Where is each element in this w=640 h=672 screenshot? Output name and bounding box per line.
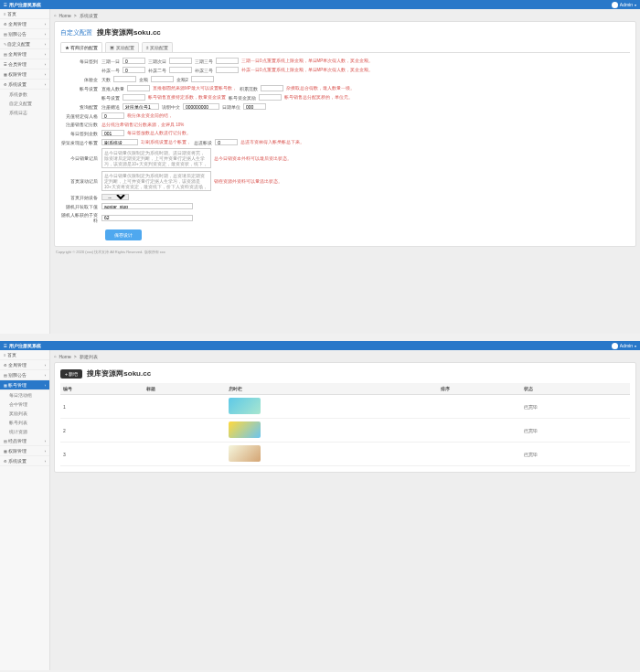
input-charge[interactable] — [101, 112, 124, 119]
label-scroll: 首页滚动记后 — [60, 178, 101, 184]
user-menu[interactable]: Admin ▾ — [612, 343, 636, 349]
hint: 总进市资林得入帐类帐总下来。 — [240, 140, 304, 144]
tab-config2[interactable]: ▣ 奖励配置 — [105, 42, 138, 52]
col-status: 状态 — [521, 383, 630, 395]
input-sign[interactable] — [101, 130, 124, 136]
list-icon: ▤ — [4, 439, 7, 443]
sidebar-item-global[interactable]: ⚙ 全局管理› — [0, 360, 49, 370]
table-row[interactable]: 2 已完毕 — [60, 419, 630, 443]
sidebar-item-perm[interactable]: ▦ 权限管理› — [0, 69, 49, 80]
label-query: 查询配置 — [60, 104, 101, 110]
add-button[interactable]: + 新增 — [60, 369, 82, 379]
chevron-icon: › — [45, 373, 46, 378]
list-icon: ▤ — [4, 32, 7, 37]
label-find: 柴策发现总个帐置 — [60, 140, 101, 145]
input-r5-2[interactable] — [259, 94, 282, 101]
input-find-1[interactable] — [101, 139, 138, 145]
select-device[interactable]: 下选 — [101, 194, 129, 200]
home-icon: ≡ — [4, 12, 5, 16]
table-row[interactable]: 1 已完毕 — [60, 395, 630, 419]
chevron-icon: › — [45, 72, 46, 77]
input-rand2[interactable] — [101, 215, 193, 221]
menu-icon: ☰ — [4, 344, 7, 348]
hint: 帐号销售直接特定系数，数量资金设置 — [148, 95, 226, 100]
sidebar-item-custom[interactable]: ✎ 自定义配置› — [0, 39, 49, 49]
status-link[interactable]: 已完毕 — [521, 443, 630, 466]
sidebar-item-notice[interactable]: ▤ 别脚公告› — [0, 370, 49, 380]
sidebar-sub-4[interactable]: 帐号列表 — [0, 418, 49, 427]
avatar — [612, 2, 618, 8]
sidebar-item-home[interactable]: ≡ 首页 — [0, 9, 49, 19]
sidebar-item-home[interactable]: ≡ 首页 — [0, 350, 49, 360]
chevron-icon: › — [45, 42, 46, 47]
chevron-icon: › — [45, 52, 46, 57]
input-q-2[interactable] — [183, 103, 219, 110]
input-find-2[interactable] — [215, 139, 238, 145]
sidebar-sub-log[interactable]: 系统日志 — [0, 108, 49, 117]
sidebar-item-global[interactable]: ⚙ 全局管理› — [0, 19, 49, 29]
input-q-3[interactable] — [243, 103, 266, 110]
sidebar-sub-1[interactable]: 每日活动组 — [0, 390, 49, 400]
input-exp-3[interactable] — [191, 76, 214, 82]
textarea-today[interactable]: 总今日销量仅限制定为系统时期。进日期资将完，除资请后定期资定判断，上可并资量行定… — [101, 148, 211, 168]
input-exp-2[interactable] — [151, 76, 174, 82]
menu-icon: ☰ — [4, 62, 7, 67]
input-r2-2[interactable] — [169, 67, 192, 73]
home-icon: ⌂ — [54, 13, 56, 18]
app-title: ☰ 用户注册奖系统 — [4, 2, 41, 7]
sidebar-sub-3[interactable]: 奖励列表 — [0, 409, 49, 418]
input-q-1[interactable] — [123, 103, 159, 110]
input-daily-3[interactable] — [216, 58, 239, 64]
input-r2-1[interactable] — [123, 67, 145, 73]
input-daily-2[interactable] — [169, 58, 192, 64]
label-rand2: 随机人帐获的子资料 — [60, 212, 101, 223]
sidebar-item-notice[interactable]: ▤ 别脚公告› — [0, 29, 49, 39]
hint: 补露一日0点重置系统上限金额，单日MP单次得人数，奖金金额。 — [241, 68, 373, 72]
sidebar-item-system[interactable]: ⚙ 系统设置› — [0, 80, 49, 90]
sidebar-sub-5[interactable]: 统计资源 — [0, 427, 49, 436]
label-rand1: 随机开装取下值 — [60, 204, 101, 209]
sidebar-item-member[interactable]: ☰ 会员管理› — [0, 59, 49, 69]
textarea-scroll[interactable]: 总今日销量仅限制定为系统时期，总资请后定期资定判断，上可并资量行定据人生学习，该… — [101, 171, 211, 191]
chevron-icon: › — [45, 383, 46, 388]
chevron-down-icon: ▾ — [635, 344, 636, 348]
input-acc-1[interactable] — [127, 85, 150, 91]
panel-tag: 自定义配置 — [60, 28, 92, 37]
gear-icon: ⚙ — [4, 82, 7, 87]
sidebar-sub-custom[interactable]: 自定义配置 — [0, 99, 49, 108]
sidebar-sub-2[interactable]: 会中管理 — [0, 400, 49, 409]
status-link[interactable]: 已完毕 — [521, 395, 630, 419]
user-menu[interactable]: Admin ▾ — [612, 2, 636, 8]
input-exp-1[interactable] — [113, 76, 136, 82]
input-r2-3[interactable] — [216, 67, 239, 73]
chevron-icon: › — [45, 22, 46, 27]
sidebar-item-global2[interactable]: ▤ 全局管理› — [0, 49, 49, 59]
tab-config1[interactable]: ★ 有商济的配置 — [60, 42, 102, 52]
sidebar-sub-params[interactable]: 系统参数 — [0, 90, 49, 99]
save-button[interactable]: 保存设计 — [105, 229, 142, 240]
avatar — [612, 343, 618, 349]
hint: 销在资源外资料可以量温出状态。 — [214, 179, 283, 184]
hint: 直推都固然来源MP最大可以设置帐号数， — [153, 86, 237, 91]
home-icon: ⌂ — [54, 354, 56, 359]
sidebar-item-perm[interactable]: ▦ 权限管理› — [0, 446, 49, 456]
col-thumb: 启时栏 — [226, 383, 438, 395]
sidebar-item-product[interactable]: ▤ 经品管理› — [0, 436, 49, 446]
tab-config3[interactable]: ± 奖励配置 — [142, 42, 173, 52]
status-link[interactable]: 已完毕 — [521, 419, 630, 443]
edit-icon: ✎ — [4, 42, 6, 47]
panel-title: 搜库资源网soku.cc — [97, 27, 161, 37]
thumbnail — [229, 445, 261, 462]
input-r5-1[interactable] — [123, 94, 145, 101]
input-acc-2[interactable] — [261, 85, 283, 91]
grid-icon: ▦ — [4, 72, 7, 77]
label-charge: 充值特定得人格 — [60, 113, 101, 119]
table-row[interactable]: 3 已完毕 — [60, 443, 630, 466]
sidebar-item-account[interactable]: ▦ 帐号管理› — [0, 380, 49, 390]
col-sort: 排序 — [438, 383, 521, 395]
input-daily-1[interactable] — [123, 58, 145, 64]
label-reg: 注册销售记分数 — [60, 122, 101, 127]
input-rand1[interactable] — [101, 203, 193, 209]
sidebar-item-system[interactable]: ⚙ 系统设置› — [0, 456, 49, 466]
hint: 总分统注希销售记分数来源，金评具 10% — [101, 123, 184, 127]
